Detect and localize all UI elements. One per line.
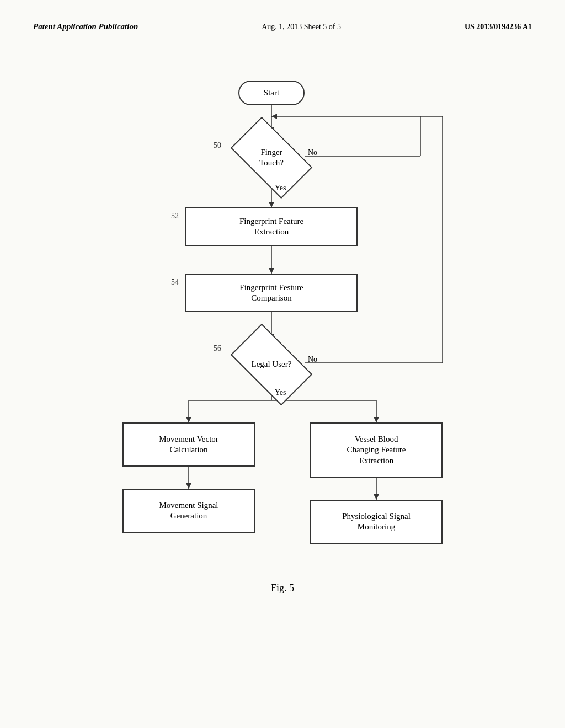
- svg-marker-3: [269, 202, 274, 207]
- svg-marker-11: [186, 417, 191, 422]
- legal-user-diamond: Legal User?: [233, 340, 310, 389]
- page: Patent Application Publication Aug. 1, 2…: [0, 0, 565, 728]
- yes2-label: Yes: [275, 388, 286, 397]
- start-node: Start: [238, 81, 305, 105]
- physiological-box: Physiological Signal Monitoring: [310, 500, 443, 544]
- finger-touch-diamond: FingerTouch?: [233, 133, 310, 183]
- fingerprint-comparison-box: Fingerprint Festure Comparison: [185, 274, 358, 312]
- no1-label: No: [308, 148, 317, 157]
- step-56: 56: [214, 344, 221, 353]
- step-50: 50: [214, 141, 221, 150]
- page-header: Patent Application Publication Aug. 1, 2…: [33, 22, 532, 36]
- step-54: 54: [171, 278, 179, 287]
- figure-caption: Fig. 5: [33, 582, 532, 594]
- svg-marker-14: [374, 417, 379, 422]
- movement-vector-box: Movement Vector Calculation: [122, 422, 255, 467]
- movement-signal-box: Movement Signal Generation: [122, 489, 255, 533]
- fingerprint-extraction-box: Fingerprint Feature Extraction: [185, 207, 358, 246]
- step-52: 52: [171, 212, 179, 221]
- svg-marker-22: [271, 114, 277, 119]
- vessel-blood-box: Vessel Blood Changing Feature Extraction: [310, 422, 443, 478]
- svg-marker-5: [269, 268, 274, 274]
- header-right: US 2013/0194236 A1: [465, 23, 532, 31]
- header-center: Aug. 1, 2013 Sheet 5 of 5: [262, 23, 341, 31]
- header-left: Patent Application Publication: [33, 22, 138, 31]
- flowchart: Start 50 FingerTouch? Yes No 52 Fingerpr…: [56, 69, 509, 566]
- svg-marker-18: [374, 494, 379, 500]
- yes1-label: Yes: [275, 184, 286, 192]
- svg-marker-16: [186, 483, 191, 489]
- no2-label: No: [308, 355, 317, 364]
